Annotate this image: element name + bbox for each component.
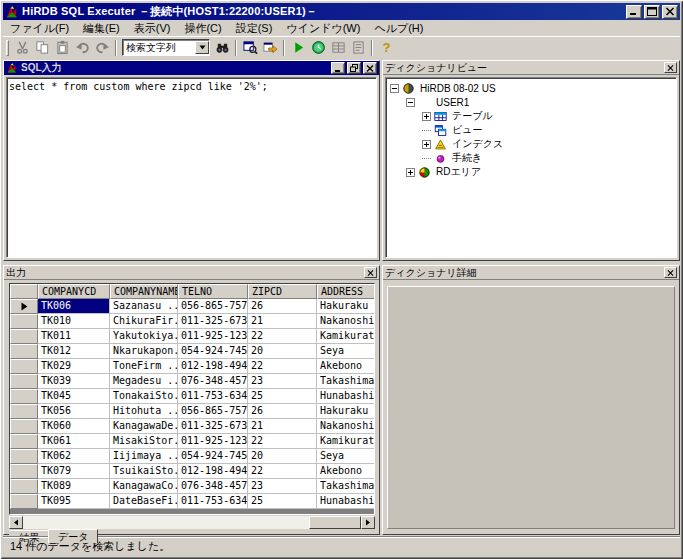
grid-cell[interactable]: 23 [248,374,317,389]
grid-cell[interactable]: TK012 [38,344,110,359]
maximize-button[interactable] [644,5,660,19]
grid-cell[interactable]: Takashima [317,374,375,389]
grid-cell[interactable]: TK062 [38,449,110,464]
grid-cell[interactable]: 011-753-6342 [178,494,248,509]
grid-cell[interactable]: Seya [317,449,375,464]
grid-cell[interactable]: 26 [248,299,317,314]
grid-cell[interactable]: Akebono [317,464,375,479]
grid-cell[interactable]: 22 [248,464,317,479]
grid-cell[interactable]: Nkarukapon... [110,344,178,359]
grid-cell[interactable]: 054-924-7456 [178,344,248,359]
grid-cell[interactable]: TK029 [38,359,110,374]
grid-cell[interactable]: 011-925-1239 [178,329,248,344]
grid-cell[interactable]: 22 [248,359,317,374]
help-button[interactable]: ? [376,39,396,57]
row-selector[interactable] [10,464,38,479]
grid-cell[interactable]: Hakuraku [317,299,375,314]
grid-cell[interactable]: Yakutokiya... [110,329,178,344]
minimize-button[interactable] [626,5,642,19]
scrollbar-thumb[interactable] [309,516,361,529]
grid-horizontal-scrollbar[interactable] [9,516,375,529]
column-header-telno[interactable]: TELNO [178,284,248,299]
tree-node-indexes[interactable]: インデクス [388,137,674,151]
close-button[interactable] [662,5,678,19]
grid-cell[interactable]: Megadesu ... [110,374,178,389]
tab-data[interactable]: データ [48,529,98,543]
row-selector[interactable] [10,314,38,329]
grid-cell[interactable]: Hitohuta ... [110,404,178,419]
tree-node-hirdb[interactable]: HiRDB 08-02 US [388,81,674,95]
column-header-address[interactable]: ADDRESS [317,284,375,299]
grid-cell[interactable]: Seya [317,344,375,359]
combobox-dropdown-button[interactable] [195,41,209,54]
grid-cell[interactable]: 011-325-6734 [178,314,248,329]
grid-cell[interactable]: Hunabashi [317,494,375,509]
grid-cell[interactable]: ToneFirm ... [110,359,178,374]
tree-expander-icon[interactable] [390,84,399,93]
tree-node-rdarea[interactable]: RDエリア [388,165,674,179]
grid-cell[interactable]: 22 [248,329,317,344]
toolbar-grip[interactable] [6,40,9,56]
column-header-zipcd[interactable]: ZIPCD [248,284,317,299]
run-button[interactable] [288,39,308,57]
sql-input-editor[interactable]: select * from custom where zipcd like '2… [6,77,377,258]
scroll-left-button[interactable] [9,516,23,529]
grid-cell[interactable]: 012-198-4941 [178,464,248,479]
grid-cell[interactable]: 25 [248,389,317,404]
grid-cell[interactable]: TK060 [38,419,110,434]
grid-cell[interactable]: Takashima [317,479,375,494]
grid-cell[interactable]: TonakaiSto... [110,389,178,404]
grid-cell[interactable]: 056-865-7570 [178,299,248,314]
tree-node-views[interactable]: ビュー [388,123,674,137]
output-close-button[interactable] [364,267,377,278]
column-header-companyname[interactable]: COMPANYNAME [110,284,178,299]
grid-cell[interactable]: 012-198-4941 [178,359,248,374]
menu-settings[interactable]: 設定(S) [229,20,280,37]
dictionary-view-close-button[interactable] [664,62,677,73]
menu-help[interactable]: ヘルプ(H) [367,20,430,37]
tree-node-procedures[interactable]: 手続き [388,151,674,165]
grid-cell[interactable]: 011-325-6734 [178,419,248,434]
grid-cell[interactable]: ChikuraFir... [110,314,178,329]
grid-cell[interactable]: Akebono [317,359,375,374]
grid-cell[interactable]: 26 [248,404,317,419]
row-selector[interactable] [10,479,38,494]
grid-cell[interactable]: Sazanasu ... [110,299,178,314]
dictionary-detail-close-button[interactable] [664,267,677,278]
tree-node-user1[interactable]: USER1 [388,95,674,109]
grid-cell[interactable]: Kamikurata [317,434,375,449]
tree-expander-icon[interactable] [406,168,415,177]
execute-file-button[interactable] [260,39,280,57]
tree-expander-icon[interactable] [406,98,415,107]
scrollbar-track[interactable] [23,516,361,529]
tree-expander-icon[interactable] [422,140,431,149]
menu-file[interactable]: ファイル(F) [3,20,76,37]
tree-expander-icon[interactable] [422,112,431,121]
menu-view[interactable]: 表示(V) [127,20,178,37]
search-combobox[interactable]: 検索文字列 [122,39,210,56]
grid-cell[interactable]: 20 [248,344,317,359]
grid-cell[interactable]: Iijimaya ... [110,449,178,464]
sql-analyze-button[interactable] [240,39,260,57]
column-header-companycd[interactable]: COMPANYCD [38,284,110,299]
grid-cell[interactable]: TK056 [38,404,110,419]
row-selector[interactable] [10,299,38,314]
menu-window[interactable]: ウインドウ(W) [279,20,367,37]
row-selector[interactable] [10,449,38,464]
grid-cell[interactable]: Hakuraku [317,404,375,419]
scroll-right-button[interactable] [361,516,375,529]
grid-cell[interactable]: DateBaseFi... [110,494,178,509]
sql-panel-restore-button[interactable] [347,62,361,74]
grid-cell[interactable]: MisakiStor... [110,434,178,449]
row-selector[interactable] [10,434,38,449]
grid-cell[interactable]: 20 [248,449,317,464]
grid-cell[interactable]: 056-865-7570 [178,404,248,419]
grid-cell[interactable]: TsuikaiSto... [110,464,178,479]
grid-corner-cell[interactable] [10,284,38,299]
row-selector[interactable] [10,344,38,359]
grid-cell[interactable]: TK039 [38,374,110,389]
row-selector[interactable] [10,329,38,344]
grid-cell[interactable]: TK061 [38,434,110,449]
row-selector[interactable] [10,404,38,419]
grid-cell[interactable]: TK011 [38,329,110,344]
